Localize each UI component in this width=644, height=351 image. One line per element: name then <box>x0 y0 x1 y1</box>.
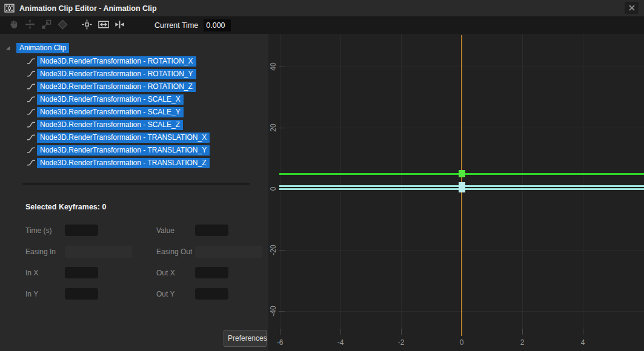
tree-item-label: Node3D.RenderTransformation - SCALE_Z <box>37 120 183 130</box>
green-curve-keyframe[interactable] <box>459 170 465 177</box>
form-row-in-out-x: In X Out X <box>0 267 268 280</box>
x-tick-label: 4 <box>572 338 594 347</box>
animation-clip-icon <box>4 3 15 13</box>
center-current-time-button[interactable] <box>79 18 95 33</box>
tree-item[interactable]: Node3D.RenderTransformation - SCALE_Y <box>27 107 184 117</box>
scale-tool-button[interactable] <box>38 18 55 33</box>
tree-item[interactable]: Node3D.RenderTransformation - SCALE_Z <box>27 119 183 130</box>
easing-in-label: Easing In <box>25 248 56 256</box>
tree-item-label: Node3D.RenderTransformation - ROTATION_X <box>37 56 196 67</box>
out-y-input[interactable] <box>195 288 228 300</box>
animation-curve-icon <box>27 70 36 77</box>
curve-list-panel: Animation Clip Node3D.RenderTransformati… <box>0 34 268 351</box>
tree-item[interactable]: Node3D.RenderTransformation - ROTATION_X <box>27 56 196 67</box>
form-row-easing: Easing In Easing Out <box>0 246 268 258</box>
tree-root-item[interactable]: Animation Clip <box>0 42 69 53</box>
x-tickmark <box>280 329 281 335</box>
titlebar: Animation Clip Editor - Animation Clip <box>0 0 644 16</box>
out-x-label: Out X <box>156 269 175 277</box>
x-tick-label: -6 <box>269 338 291 347</box>
tree-item[interactable]: Node3D.RenderTransformation - ROTATION_Z <box>27 81 196 92</box>
keyframe-tool-button[interactable] <box>55 18 71 33</box>
animation-curve-icon <box>27 121 36 128</box>
in-y-input[interactable] <box>65 288 98 300</box>
x-tickmark <box>401 329 402 335</box>
tree-item-label: Node3D.RenderTransformation - ROTATION_Y <box>37 69 196 79</box>
curve-graph[interactable]: -6-4-202440200-20-40 <box>268 34 644 351</box>
crosshair-icon <box>81 19 93 32</box>
animation-curve-icon <box>27 96 36 103</box>
pan-tool-button[interactable] <box>5 18 22 33</box>
y-tick-label: -40 <box>269 306 277 316</box>
easing-out-input[interactable] <box>195 246 262 258</box>
tree-root-label: Animation Clip <box>16 43 69 53</box>
hand-icon <box>8 19 19 32</box>
selected-keyframes-label: Selected Keyframes: 0 <box>25 203 106 211</box>
x-tickmark <box>340 329 341 335</box>
tree-item-label: Node3D.RenderTransformation - ROTATION_Z <box>37 82 196 92</box>
move-tool-button[interactable] <box>22 18 38 33</box>
fit-horizontally-button[interactable] <box>95 18 111 33</box>
panel-divider <box>22 183 250 185</box>
scale-icon <box>41 19 52 32</box>
x-gridline <box>583 34 583 335</box>
tree-item-label: Node3D.RenderTransformation - TRANSLATIO… <box>37 158 210 168</box>
tree-item[interactable]: Node3D.RenderTransformation - ROTATION_Y <box>27 68 196 79</box>
animation-curve-icon <box>27 83 36 90</box>
selected-keyframes-text: Selected Keyframes: <box>25 203 100 211</box>
y-tick-label: -20 <box>269 244 277 255</box>
cyan-curve-lower-keyframe[interactable] <box>459 185 465 192</box>
fit-box-icon <box>98 19 110 32</box>
tree-item-label: Node3D.RenderTransformation - TRANSLATIO… <box>37 133 210 143</box>
fit-width-button[interactable] <box>111 18 128 33</box>
expander-icon[interactable] <box>5 45 11 51</box>
animation-curve-icon <box>27 57 36 65</box>
tree-item[interactable]: Node3D.RenderTransformation - TRANSLATIO… <box>27 157 210 168</box>
tree-item[interactable]: Node3D.RenderTransformation - TRANSLATIO… <box>27 132 210 143</box>
easing-in-input[interactable] <box>65 246 132 258</box>
animation-curve-icon <box>27 108 36 116</box>
time-field-label: Time (s) <box>25 226 52 235</box>
y-tickmark <box>279 311 285 312</box>
value-field-label: Value <box>156 226 174 235</box>
tree-item[interactable]: Node3D.RenderTransformation - SCALE_X <box>27 94 184 105</box>
y-tickmark <box>279 67 285 67</box>
x-gridline <box>522 34 523 335</box>
tree-item[interactable]: Node3D.RenderTransformation - TRANSLATIO… <box>27 145 210 156</box>
x-gridline <box>401 34 402 335</box>
x-tick-label: 0 <box>451 338 473 347</box>
selected-keyframes-count: 0 <box>102 203 106 211</box>
form-row-time-value: Time (s) Value <box>0 225 268 237</box>
y-tick-label: 0 <box>269 187 277 191</box>
form-row-in-out-y: In Y Out Y <box>0 288 268 301</box>
y-tick-label: 20 <box>269 123 277 131</box>
tree-item-label: Node3D.RenderTransformation - SCALE_Y <box>37 107 184 117</box>
x-tick-label: -4 <box>330 338 351 347</box>
animation-curve-icon <box>27 134 36 141</box>
tree-item-label: Node3D.RenderTransformation - TRANSLATIO… <box>37 145 210 156</box>
close-icon <box>629 5 635 11</box>
x-tickmark <box>583 329 583 335</box>
x-gridline <box>340 34 341 335</box>
out-y-label: Out Y <box>156 290 174 298</box>
window-title: Animation Clip Editor - Animation Clip <box>19 4 157 13</box>
in-x-input[interactable] <box>65 267 98 278</box>
in-y-label: In Y <box>25 290 38 298</box>
animation-curve-icon <box>27 146 36 154</box>
animation-curve-icon <box>27 159 36 166</box>
value-input[interactable] <box>195 225 228 236</box>
toolbar: Current Time <box>0 16 644 34</box>
tree-item-label: Node3D.RenderTransformation - SCALE_X <box>37 94 184 105</box>
time-input[interactable] <box>65 225 98 236</box>
x-tick-label: 2 <box>511 338 533 347</box>
x-tick-label: -2 <box>390 338 412 347</box>
x-tickmark <box>522 329 523 335</box>
y-tick-label: 40 <box>269 62 277 70</box>
y-tickmark <box>279 128 285 128</box>
preferences-button[interactable]: Preferences <box>224 330 267 347</box>
in-x-label: In X <box>25 269 38 277</box>
close-button[interactable] <box>625 2 639 14</box>
out-x-input[interactable] <box>195 267 228 278</box>
move-arrows-icon <box>24 19 36 32</box>
current-time-input[interactable] <box>204 19 231 31</box>
